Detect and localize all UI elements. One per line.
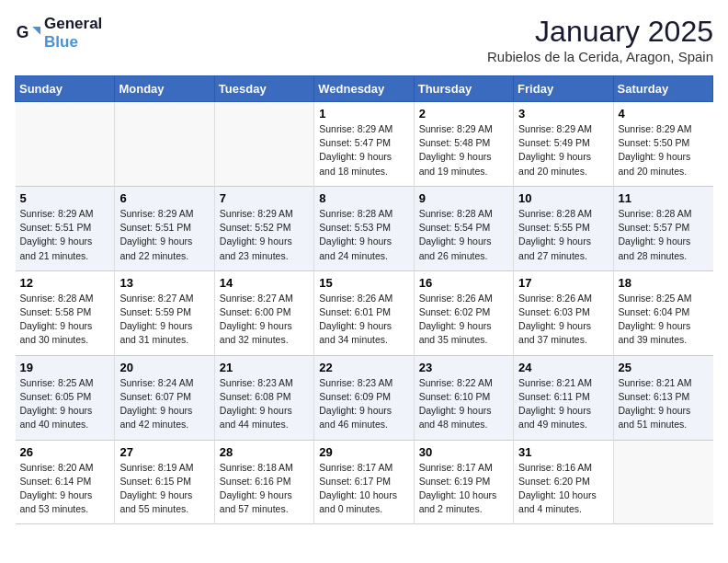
- calendar-cell: 23Sunrise: 8:22 AM Sunset: 6:10 PM Dayli…: [414, 355, 513, 440]
- logo-line1: General: [44, 15, 102, 32]
- calendar-cell: 30Sunrise: 8:17 AM Sunset: 6:19 PM Dayli…: [414, 440, 513, 524]
- day-header-friday: Friday: [514, 76, 613, 102]
- svg-text:G: G: [17, 23, 29, 41]
- day-number: 25: [619, 361, 709, 374]
- calendar-cell: 27Sunrise: 8:19 AM Sunset: 6:15 PM Dayli…: [115, 440, 214, 524]
- day-number: 14: [220, 276, 309, 290]
- logo-icon: G: [15, 20, 40, 46]
- day-number: 9: [419, 191, 508, 205]
- day-number: 18: [619, 276, 709, 290]
- cell-info: Sunrise: 8:25 AM Sunset: 6:05 PM Dayligh…: [20, 376, 110, 432]
- calendar-cell: 22Sunrise: 8:23 AM Sunset: 6:09 PM Dayli…: [314, 355, 414, 440]
- week-row-4: 19Sunrise: 8:25 AM Sunset: 6:05 PM Dayli…: [16, 355, 713, 440]
- day-number: 24: [518, 361, 608, 374]
- day-number: 11: [619, 191, 709, 205]
- calendar-cell: 25Sunrise: 8:21 AM Sunset: 6:13 PM Dayli…: [613, 355, 712, 440]
- day-number: 2: [419, 107, 508, 121]
- cell-info: Sunrise: 8:29 AM Sunset: 5:52 PM Dayligh…: [220, 207, 309, 263]
- cell-info: Sunrise: 8:21 AM Sunset: 6:13 PM Dayligh…: [619, 376, 709, 432]
- week-row-3: 12Sunrise: 8:28 AM Sunset: 5:58 PM Dayli…: [16, 270, 713, 355]
- cell-info: Sunrise: 8:17 AM Sunset: 6:17 PM Dayligh…: [319, 461, 408, 517]
- calendar-cell: 18Sunrise: 8:25 AM Sunset: 6:04 PM Dayli…: [613, 270, 712, 355]
- calendar-cell: 15Sunrise: 8:26 AM Sunset: 6:01 PM Dayli…: [314, 270, 414, 355]
- cell-info: Sunrise: 8:25 AM Sunset: 6:04 PM Dayligh…: [619, 292, 709, 348]
- calendar-cell: [115, 102, 214, 187]
- calendar-cell: 10Sunrise: 8:28 AM Sunset: 5:55 PM Dayli…: [514, 186, 613, 270]
- day-number: 29: [319, 445, 408, 459]
- calendar-cell: 3Sunrise: 8:29 AM Sunset: 5:49 PM Daylig…: [514, 102, 613, 187]
- day-header-monday: Monday: [115, 76, 214, 102]
- calendar-cell: 4Sunrise: 8:29 AM Sunset: 5:50 PM Daylig…: [613, 102, 712, 187]
- calendar-cell: 9Sunrise: 8:28 AM Sunset: 5:54 PM Daylig…: [414, 186, 513, 270]
- logo: G General Blue: [15, 15, 102, 51]
- day-number: 10: [518, 191, 608, 205]
- calendar-cell: 31Sunrise: 8:16 AM Sunset: 6:20 PM Dayli…: [514, 440, 613, 524]
- calendar-cell: 14Sunrise: 8:27 AM Sunset: 6:00 PM Dayli…: [214, 270, 313, 355]
- day-number: 27: [119, 445, 209, 459]
- calendar-cell: 11Sunrise: 8:28 AM Sunset: 5:57 PM Dayli…: [613, 186, 712, 270]
- title-block: January 2025 Rubielos de la Cerida, Arag…: [487, 15, 713, 64]
- day-number: 30: [419, 445, 508, 459]
- day-number: 13: [119, 276, 209, 290]
- cell-info: Sunrise: 8:29 AM Sunset: 5:51 PM Dayligh…: [119, 207, 209, 263]
- logo-line2: Blue: [44, 33, 102, 52]
- day-number: 21: [220, 361, 309, 374]
- cell-info: Sunrise: 8:21 AM Sunset: 6:11 PM Dayligh…: [518, 376, 608, 432]
- calendar-subtitle: Rubielos de la Cerida, Aragon, Spain: [487, 49, 713, 64]
- cell-info: Sunrise: 8:23 AM Sunset: 6:09 PM Dayligh…: [319, 376, 408, 432]
- cell-info: Sunrise: 8:18 AM Sunset: 6:16 PM Dayligh…: [220, 461, 309, 517]
- calendar-title: January 2025: [487, 15, 713, 49]
- calendar-cell: 19Sunrise: 8:25 AM Sunset: 6:05 PM Dayli…: [16, 355, 115, 440]
- cell-info: Sunrise: 8:29 AM Sunset: 5:49 PM Dayligh…: [518, 122, 608, 178]
- cell-info: Sunrise: 8:26 AM Sunset: 6:01 PM Dayligh…: [319, 292, 408, 348]
- calendar-cell: 21Sunrise: 8:23 AM Sunset: 6:08 PM Dayli…: [214, 355, 313, 440]
- day-number: 23: [419, 361, 508, 374]
- day-header-wednesday: Wednesday: [314, 76, 414, 102]
- day-number: 16: [419, 276, 508, 290]
- day-number: 31: [518, 445, 608, 459]
- day-number: 17: [518, 276, 608, 290]
- calendar-cell: 8Sunrise: 8:28 AM Sunset: 5:53 PM Daylig…: [314, 186, 414, 270]
- day-number: 6: [119, 191, 209, 205]
- cell-info: Sunrise: 8:22 AM Sunset: 6:10 PM Dayligh…: [419, 376, 508, 432]
- cell-info: Sunrise: 8:17 AM Sunset: 6:19 PM Dayligh…: [419, 461, 508, 517]
- calendar-cell: 1Sunrise: 8:29 AM Sunset: 5:47 PM Daylig…: [314, 102, 414, 187]
- calendar-cell: [16, 102, 115, 187]
- day-header-tuesday: Tuesday: [214, 76, 313, 102]
- day-number: 5: [20, 191, 110, 205]
- calendar-cell: [214, 102, 313, 187]
- day-number: 1: [319, 107, 408, 121]
- calendar-table: SundayMondayTuesdayWednesdayThursdayFrid…: [15, 75, 713, 524]
- calendar-cell: 7Sunrise: 8:29 AM Sunset: 5:52 PM Daylig…: [214, 186, 313, 270]
- cell-info: Sunrise: 8:28 AM Sunset: 5:57 PM Dayligh…: [619, 207, 709, 263]
- calendar-cell: 20Sunrise: 8:24 AM Sunset: 6:07 PM Dayli…: [115, 355, 214, 440]
- cell-info: Sunrise: 8:26 AM Sunset: 6:02 PM Dayligh…: [419, 292, 508, 348]
- calendar-cell: 5Sunrise: 8:29 AM Sunset: 5:51 PM Daylig…: [16, 186, 115, 270]
- day-number: 20: [119, 361, 209, 374]
- calendar-cell: 16Sunrise: 8:26 AM Sunset: 6:02 PM Dayli…: [414, 270, 513, 355]
- calendar-cell: 28Sunrise: 8:18 AM Sunset: 6:16 PM Dayli…: [214, 440, 313, 524]
- week-row-2: 5Sunrise: 8:29 AM Sunset: 5:51 PM Daylig…: [16, 186, 713, 270]
- calendar-cell: 17Sunrise: 8:26 AM Sunset: 6:03 PM Dayli…: [514, 270, 613, 355]
- cell-info: Sunrise: 8:28 AM Sunset: 5:58 PM Dayligh…: [20, 292, 110, 348]
- cell-info: Sunrise: 8:27 AM Sunset: 5:59 PM Dayligh…: [119, 292, 209, 348]
- day-number: 12: [20, 276, 110, 290]
- day-header-sunday: Sunday: [16, 76, 115, 102]
- cell-info: Sunrise: 8:20 AM Sunset: 6:14 PM Dayligh…: [20, 461, 110, 517]
- calendar-cell: 29Sunrise: 8:17 AM Sunset: 6:17 PM Dayli…: [314, 440, 414, 524]
- cell-info: Sunrise: 8:28 AM Sunset: 5:55 PM Dayligh…: [518, 207, 608, 263]
- days-header-row: SundayMondayTuesdayWednesdayThursdayFrid…: [16, 76, 713, 102]
- day-number: 22: [319, 361, 408, 374]
- cell-info: Sunrise: 8:19 AM Sunset: 6:15 PM Dayligh…: [119, 461, 209, 517]
- day-number: 15: [319, 276, 408, 290]
- cell-info: Sunrise: 8:29 AM Sunset: 5:48 PM Dayligh…: [419, 122, 508, 178]
- cell-info: Sunrise: 8:28 AM Sunset: 5:54 PM Dayligh…: [419, 207, 508, 263]
- calendar-cell: 26Sunrise: 8:20 AM Sunset: 6:14 PM Dayli…: [16, 440, 115, 524]
- cell-info: Sunrise: 8:27 AM Sunset: 6:00 PM Dayligh…: [220, 292, 309, 348]
- day-number: 3: [518, 107, 608, 121]
- week-row-1: 1Sunrise: 8:29 AM Sunset: 5:47 PM Daylig…: [16, 102, 713, 187]
- page-header: G General Blue January 2025 Rubielos de …: [15, 15, 713, 64]
- day-number: 4: [619, 107, 709, 121]
- day-number: 19: [20, 361, 110, 374]
- calendar-cell: 24Sunrise: 8:21 AM Sunset: 6:11 PM Dayli…: [514, 355, 613, 440]
